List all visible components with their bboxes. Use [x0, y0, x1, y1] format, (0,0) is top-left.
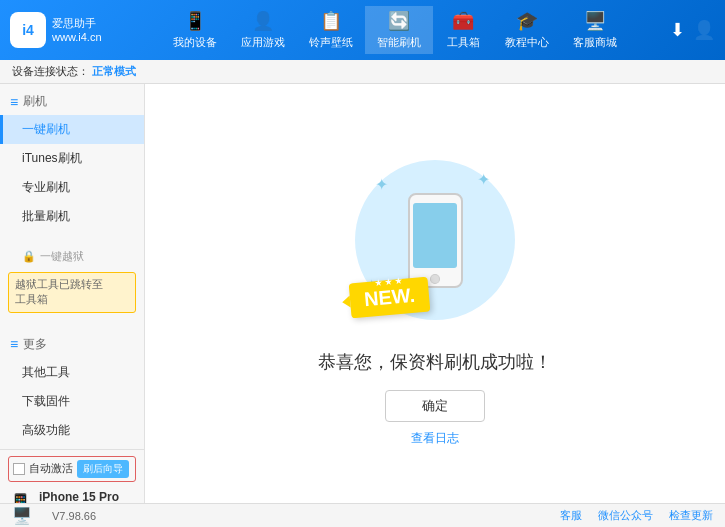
footer-icon: 🖥️	[12, 506, 32, 525]
lock-icon: 🔒	[22, 250, 36, 263]
sidebar-item-pro[interactable]: 专业刷机	[0, 173, 144, 202]
sidebar-header-restore: 🔒 一键越狱	[0, 245, 144, 268]
sidebar-section-restore: 🔒 一键越狱 越狱工具已跳转至 工具箱	[0, 241, 144, 321]
sidebar-notice: 越狱工具已跳转至 工具箱	[8, 272, 136, 313]
footer-right: 客服 微信公众号 检查更新	[560, 508, 713, 523]
device-phone-icon: 📱	[8, 492, 33, 503]
flash-section-icon: ≡	[10, 94, 18, 110]
sidebar-header-more: ≡ 更多	[0, 331, 144, 358]
my-device-icon: 📱	[184, 10, 206, 32]
sidebar-item-batch[interactable]: 批量刷机	[0, 202, 144, 231]
footer-bar: 🖥️ V7.98.66 客服 微信公众号 检查更新	[0, 503, 725, 527]
phone-body	[408, 193, 463, 288]
sidebar-section-flash: ≡ 刷机 一键刷机 iTunes刷机 专业刷机 批量刷机	[0, 84, 144, 235]
nav-tutorials[interactable]: 🎓 教程中心	[493, 6, 561, 54]
main-layout: ≡ 刷机 一键刷机 iTunes刷机 专业刷机 批量刷机 🔒 一键越狱	[0, 84, 725, 503]
device-name: iPhone 15 Pro Max	[39, 490, 136, 503]
sidebar-item-others[interactable]: 其他工具	[0, 358, 144, 387]
footer-left: 🖥️	[12, 506, 32, 525]
footer-link-wechat[interactable]: 微信公众号	[598, 508, 653, 523]
logo: i4 爱思助手 www.i4.cn	[10, 12, 120, 48]
service-icon: 🖥️	[584, 10, 606, 32]
download-icon[interactable]: ⬇	[670, 19, 685, 41]
log-link[interactable]: 查看日志	[411, 430, 459, 447]
breadcrumb: 设备连接状态： 正常模式	[0, 60, 725, 84]
auto-activate-checkbox[interactable]	[13, 463, 25, 475]
auto-row: 自动激活 刷后向导	[8, 456, 136, 482]
device-details: iPhone 15 Pro Max 512GB iPhone	[39, 490, 136, 503]
nav-smart-flash[interactable]: 🔄 智能刷机	[365, 6, 433, 54]
confirm-button[interactable]: 确定	[385, 390, 485, 422]
footer-link-service[interactable]: 客服	[560, 508, 582, 523]
new-badge: ★ ★ ★ NEW.	[349, 277, 431, 319]
tutorials-icon: 🎓	[516, 10, 538, 32]
star-icon-2: ★	[384, 278, 392, 288]
nav-toolbox[interactable]: 🧰 工具箱	[433, 6, 493, 54]
version-text: V7.98.66	[52, 510, 96, 522]
logo-icon: i4	[10, 12, 46, 48]
user-icon[interactable]: 👤	[693, 19, 715, 41]
footer-link-update[interactable]: 检查更新	[669, 508, 713, 523]
success-message: 恭喜您，保资料刷机成功啦！	[318, 350, 552, 374]
sidebar-item-download[interactable]: 下载固件	[0, 387, 144, 416]
sidebar-item-onekey[interactable]: 一键刷机	[0, 115, 144, 144]
nav-apps-games[interactable]: 👤 应用游戏	[229, 6, 297, 54]
nav-bar: 📱 我的设备 👤 应用游戏 📋 铃声壁纸 🔄 智能刷机 🧰 工具箱 🎓 教程中心…	[120, 6, 670, 54]
nav-ringtones[interactable]: 📋 铃声壁纸	[297, 6, 365, 54]
star-icon-1: ★	[374, 279, 382, 289]
header: i4 爱思助手 www.i4.cn 📱 我的设备 👤 应用游戏 📋 铃声壁纸 🔄…	[0, 0, 725, 60]
success-illustration: ✦ ✦ ✦ ★ ★ ★ NEW.	[335, 140, 535, 340]
smart-flash-icon: 🔄	[388, 10, 410, 32]
phone-home-button	[430, 274, 440, 284]
guide-button[interactable]: 刷后向导	[77, 460, 129, 478]
device-section: 自动激活 刷后向导 📱 iPhone 15 Pro Max 512GB iPho…	[0, 449, 144, 503]
sparkle-icon-2: ✦	[477, 170, 490, 189]
nav-my-device[interactable]: 📱 我的设备	[161, 6, 229, 54]
ringtones-icon: 📋	[320, 10, 342, 32]
sparkle-icon-1: ✦	[375, 175, 388, 194]
content-area: ✦ ✦ ✦ ★ ★ ★ NEW. 恭喜您，保资料刷机成功啦！ 确定 查看日志	[145, 84, 725, 503]
sidebar-section-more: ≡ 更多 其他工具 下载固件 高级功能	[0, 327, 144, 449]
apps-games-icon: 👤	[252, 10, 274, 32]
nav-service[interactable]: 🖥️ 客服商城	[561, 6, 629, 54]
phone-screen	[413, 203, 457, 268]
device-info: 📱 iPhone 15 Pro Max 512GB iPhone	[8, 488, 136, 503]
sidebar-item-itunes[interactable]: iTunes刷机	[0, 144, 144, 173]
toolbox-icon: 🧰	[452, 10, 474, 32]
sidebar-header-flash: ≡ 刷机	[0, 88, 144, 115]
more-section-icon: ≡	[10, 336, 18, 352]
star-icon-3: ★	[394, 277, 402, 287]
sidebar: ≡ 刷机 一键刷机 iTunes刷机 专业刷机 批量刷机 🔒 一键越狱	[0, 84, 145, 503]
logo-text: 爱思助手 www.i4.cn	[52, 16, 102, 45]
nav-right-controls: ⬇ 👤	[670, 19, 715, 41]
sidebar-item-advanced[interactable]: 高级功能	[0, 416, 144, 445]
